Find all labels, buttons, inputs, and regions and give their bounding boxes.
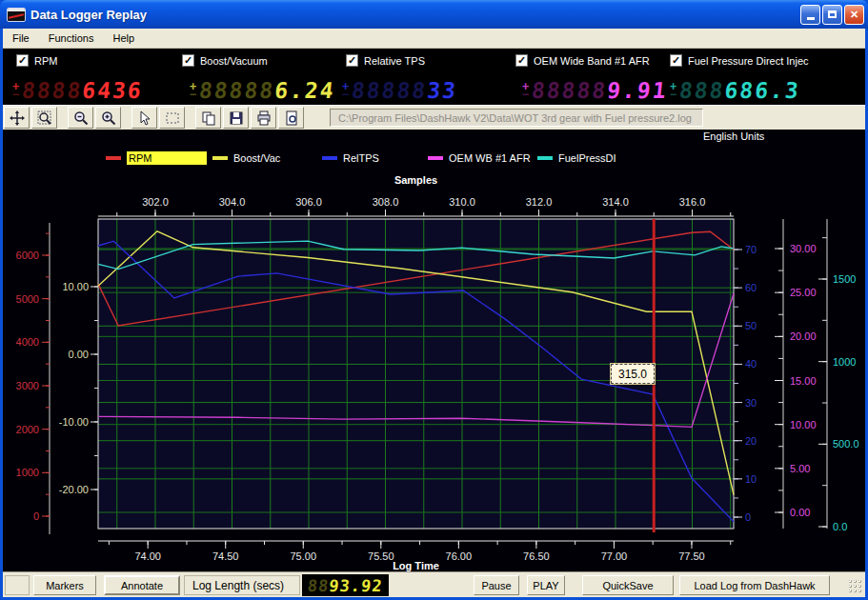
afr-tick-label: 0.00 [790, 507, 810, 518]
print-button[interactable] [251, 107, 276, 129]
toolbar: C:\Program Files\DashHawk V2\Data\WOT 3r… [3, 105, 865, 130]
samples-tick-label: 302.0 [142, 196, 169, 208]
quicksave-button[interactable]: QuickSave [582, 575, 674, 595]
tps-tick-label: 10 [745, 473, 757, 485]
play-button[interactable]: PLAY [527, 575, 565, 595]
log-file-path: C:\Program Files\DashHawk V2\Data\WOT 3r… [330, 109, 703, 127]
pan-button[interactable] [4, 107, 30, 129]
rpm-tick-label: 2000 [16, 424, 39, 435]
chart-plot[interactable]: 302.0304.0306.0308.0310.0312.0314.0316.0… [0, 130, 868, 571]
minimize-button[interactable] [800, 5, 820, 25]
legend-label[interactable]: RPM [127, 151, 207, 165]
save-button[interactable] [223, 107, 249, 129]
checkbox-checked-icon[interactable]: ✓ [16, 54, 29, 67]
afr-tick-label: 20.00 [790, 330, 817, 342]
legend-item[interactable]: FuelPressDI [537, 150, 616, 166]
cursor-annotation[interactable]: 315.0 [611, 364, 655, 384]
pause-button[interactable]: Pause [474, 575, 519, 595]
afr-tick-label: 25.00 [790, 287, 817, 298]
tps-tick-label: 50 [745, 320, 757, 331]
display-row: +− 88886436 +− 888886.24 +− 8888833 +− 8… [3, 75, 865, 105]
checkbox-checked-icon[interactable]: ✓ [182, 54, 194, 67]
afr-display: +− 888889.91 [522, 76, 668, 104]
legend-label[interactable]: Boost/Vac [233, 152, 280, 164]
legend-item[interactable]: Boost/Vac [212, 150, 280, 166]
fuel-tick-label: 500.0 [833, 438, 859, 450]
fuel-tick-label: 0.0 [833, 521, 847, 532]
time-tick-label: 77.50 [678, 550, 705, 562]
legend-item[interactable]: RelTPS [322, 150, 379, 166]
rpm-tick-label: 0 [33, 510, 39, 522]
tps-tick-label: 0 [745, 511, 751, 523]
time-tick-label: 76.50 [523, 550, 550, 562]
channel-label: Boost/Vacuum [200, 55, 268, 67]
channel-label: OEM Wide Band #1 AFR [534, 55, 650, 67]
menu-help[interactable]: Help [103, 30, 144, 46]
channel-checkbox-rpm[interactable]: ✓ RPM [16, 54, 57, 67]
tps-tick-label: 60 [745, 282, 757, 293]
legend-label[interactable]: RelTPS [343, 152, 379, 164]
checkbox-checked-icon[interactable]: ✓ [670, 54, 682, 67]
legend-item[interactable]: RPM [106, 150, 207, 166]
time-tick-label: 74.00 [134, 550, 161, 562]
samples-tick-label: 308.0 [373, 196, 399, 208]
log-length-display: 8893.92 [302, 574, 389, 596]
maximize-button[interactable] [822, 5, 842, 25]
time-axis-title: Log Time [393, 560, 439, 571]
tps-display: +− 8888833 [342, 76, 457, 104]
markers-button[interactable]: Markers [33, 575, 96, 595]
fuel-tick-label: 1000 [833, 356, 856, 368]
app-icon [7, 8, 26, 22]
legend-label[interactable]: FuelPressDI [558, 152, 616, 164]
samples-tick-label: 304.0 [219, 196, 246, 208]
channel-checkbox-row: ✓ RPM ✓ Boost/Vacuum ✓ Relative TPS ✓ OE… [3, 49, 865, 75]
channel-label: Relative TPS [364, 55, 425, 67]
close-button[interactable]: ✕ [844, 5, 864, 25]
boost-tick-label: -20.00 [59, 484, 89, 495]
legend-dash-icon [322, 156, 337, 160]
samples-tick-label: 316.0 [679, 196, 706, 208]
load-log-button[interactable]: Load Log from DashHawk [679, 575, 830, 595]
channel-checkbox-tps[interactable]: ✓ Relative TPS [346, 54, 425, 67]
window-title: Data Logger Replay [30, 8, 798, 22]
copy-button[interactable] [195, 107, 221, 129]
legend-dash-icon [106, 156, 121, 160]
boost-tick-label: 0.00 [69, 349, 89, 360]
app-window: Data Logger Replay ✕ File Functions Help… [0, 0, 868, 600]
channel-checkbox-boost[interactable]: ✓ Boost/Vacuum [182, 54, 268, 67]
samples-tick-label: 310.0 [449, 196, 475, 208]
zoom-in-button[interactable] [95, 107, 121, 129]
resize-grip[interactable] [849, 580, 862, 593]
channel-checkbox-afr[interactable]: ✓ OEM Wide Band #1 AFR [515, 54, 650, 67]
legend-item[interactable]: OEM WB #1 AFR [428, 150, 531, 166]
time-tick-label: 77.00 [601, 550, 628, 562]
rpm-tick-label: 4000 [16, 336, 39, 348]
channel-label: Fuel Pressure Direct Injec [688, 55, 809, 67]
menu-functions[interactable]: Functions [39, 30, 104, 46]
zoom-out-button[interactable] [68, 107, 93, 129]
zoom-window-button[interactable] [31, 107, 57, 129]
boost-display: +− 888886.24 [190, 76, 335, 104]
log-length-label: Log Length (secs) [184, 575, 300, 595]
select-region-button[interactable] [159, 107, 185, 129]
rpm-tick-label: 1000 [16, 467, 39, 478]
afr-tick-label: 30.00 [790, 243, 817, 254]
cursor-button[interactable] [131, 107, 157, 129]
tps-tick-label: 70 [745, 244, 757, 255]
print-preview-button[interactable] [278, 107, 304, 129]
checkbox-checked-icon[interactable]: ✓ [346, 54, 358, 67]
menu-file[interactable]: File [3, 30, 39, 46]
annotate-button[interactable]: Annotate [104, 575, 180, 595]
afr-tick-label: 10.00 [790, 419, 817, 430]
legend-dash-icon [428, 156, 443, 160]
channel-label: RPM [34, 55, 57, 67]
rpm-tick-label: 3000 [16, 380, 39, 391]
checkbox-checked-icon[interactable]: ✓ [515, 54, 528, 67]
legend-label[interactable]: OEM WB #1 AFR [449, 152, 531, 164]
samples-tick-label: 312.0 [526, 196, 553, 208]
title-bar: Data Logger Replay ✕ [0, 0, 868, 29]
channel-checkbox-fuelpress[interactable]: ✓ Fuel Pressure Direct Injec [670, 54, 809, 67]
afr-tick-label: 5.00 [790, 463, 810, 474]
time-tick-label: 76.00 [446, 550, 473, 562]
chart-region: 302.0304.0306.0308.0310.0312.0314.0316.0… [3, 130, 865, 571]
